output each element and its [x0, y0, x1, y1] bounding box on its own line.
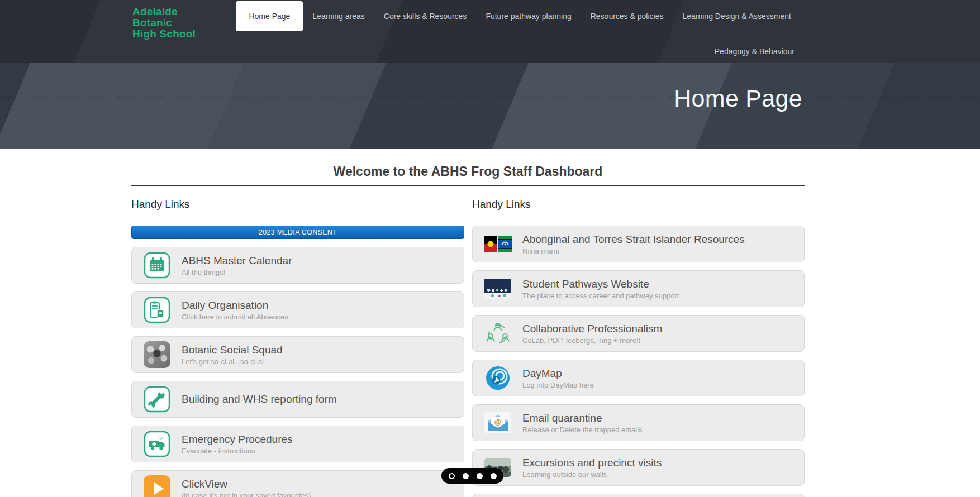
- card-subtitle: (in case it's not in your saved favourit…: [182, 491, 311, 497]
- hero-banner: Home Page: [0, 63, 980, 149]
- flower-photo-icon: [143, 341, 171, 368]
- card-title: Botanic Social Squad: [182, 344, 283, 356]
- pathways-photo-icon: [484, 279, 512, 299]
- wrench-icon: [143, 386, 171, 413]
- card-subtitle: The place to access career and pathway s…: [522, 291, 679, 300]
- nav-item-core-skills[interactable]: Core skills & Resources: [374, 12, 477, 21]
- card-subtitle: Evacuate - instructions: [182, 447, 293, 455]
- card-subtitle: Let's get so-ci-al...so-ci-al: [182, 357, 283, 366]
- card-subtitle: Release or Delete the trapped emails: [522, 426, 643, 434]
- link-card-abhs-master-calendar[interactable]: ABHS Master Calendar All the things!: [131, 247, 464, 284]
- right-column-heading: Handy Links: [472, 198, 805, 211]
- handy-links-left-column: Handy Links 2023 MEDIA CONSENT: [131, 186, 464, 497]
- logo-line-3: High School: [132, 28, 196, 40]
- nav-item-pedagogy-behaviour[interactable]: Pedagogy & Behaviour: [715, 47, 795, 56]
- link-card-daymap[interactable]: DayMap Log into DayMap here: [472, 360, 805, 396]
- dashboard-content: Welcome to the ABHS Frog Staff Dashboard…: [131, 164, 805, 497]
- link-card-partial[interactable]: [472, 494, 805, 497]
- left-column-heading: Handy Links: [131, 198, 464, 211]
- daymap-logo-icon: [484, 366, 512, 390]
- page-title: Home Page: [674, 85, 802, 112]
- card-title: Excursions and precinct visits: [522, 457, 662, 469]
- carousel-pagination: [441, 468, 503, 484]
- collaboration-icon: [484, 320, 512, 347]
- carousel-dot[interactable]: [463, 473, 469, 479]
- link-card-building-whs-form[interactable]: Building and WHS reporting form: [131, 381, 464, 418]
- card-title: Student Pathways Website: [522, 278, 679, 290]
- svg-text:@: @: [494, 418, 502, 426]
- card-title: ABHS Master Calendar: [182, 255, 292, 267]
- nav-item-resources-policies[interactable]: Resources & policies: [581, 12, 673, 21]
- clipboard-icon: [143, 297, 171, 323]
- link-card-student-pathways[interactable]: Student Pathways Website The place to ac…: [472, 270, 805, 307]
- play-icon: [143, 475, 171, 497]
- link-card-excursions[interactable]: Excursions and precinct visits Learning …: [472, 449, 805, 486]
- link-card-email-quarantine[interactable]: @ Email quarantine Release or Delete the…: [472, 404, 805, 441]
- top-nav: Adelaide Botanic High School Home Page L…: [0, 0, 980, 63]
- email-at-icon: @: [484, 412, 512, 433]
- aboriginal-tsi-flags-icon: [484, 236, 512, 252]
- nav-item-learning-areas[interactable]: Learning areas: [303, 12, 374, 21]
- link-card-emergency-procedures[interactable]: Emergency Procedures Evacuate - instruct…: [131, 426, 464, 462]
- card-title: Daily Organisation: [182, 299, 288, 312]
- card-subtitle: Learning outside our walls: [522, 470, 662, 479]
- card-subtitle: Click here to submit all Absences: [182, 313, 288, 321]
- school-logo[interactable]: Adelaide Botanic High School: [132, 6, 196, 40]
- card-title: DayMap: [522, 367, 594, 380]
- logo-line-2: Botanic: [132, 17, 196, 28]
- ambulance-icon: [143, 431, 171, 457]
- main-nav-row: Home Page Learning areas Core skills & R…: [236, 0, 801, 32]
- nav-item-home-page[interactable]: Home Page: [236, 1, 303, 31]
- link-card-clickview[interactable]: ClickView (in case it's not in your save…: [131, 470, 464, 497]
- card-subtitle: CoLab, PDP, Icebergs, Ting + more!!: [522, 336, 662, 345]
- media-consent-button[interactable]: 2023 MEDIA CONSENT: [131, 226, 464, 239]
- link-card-daily-organisation[interactable]: Daily Organisation Click here to submit …: [131, 291, 464, 328]
- card-title: Collaborative Professionalism: [522, 323, 662, 335]
- handy-links-right-column: Handy Links Abor: [472, 186, 805, 497]
- link-card-aboriginal-tsi-resources[interactable]: Aboriginal and Torres Strait Islander Re…: [472, 226, 805, 262]
- link-card-botanic-social-squad[interactable]: Botanic Social Squad Let's get so-ci-al.…: [131, 336, 464, 373]
- card-title: ClickView: [182, 478, 311, 490]
- nav-item-learning-design[interactable]: Learning Design & Assessment: [673, 12, 801, 21]
- logo-line-1: Adelaide: [132, 6, 196, 17]
- carousel-dot-active[interactable]: [449, 473, 455, 479]
- welcome-heading: Welcome to the ABHS Frog Staff Dashboard: [131, 164, 805, 179]
- card-subtitle: Log into DayMap here: [522, 381, 594, 389]
- carousel-dot[interactable]: [491, 473, 497, 479]
- card-title: Building and WHS reporting form: [182, 393, 337, 405]
- card-subtitle: Niina marni: [522, 247, 745, 255]
- carousel-dot[interactable]: [477, 473, 483, 479]
- calendar-icon: [143, 252, 171, 279]
- link-card-collaborative-professionalism[interactable]: Collaborative Professionalism CoLab, PDP…: [472, 315, 805, 352]
- card-title: Emergency Procedures: [182, 433, 293, 446]
- card-subtitle: All the things!: [182, 268, 292, 276]
- card-title: Aboriginal and Torres Strait Islander Re…: [522, 233, 745, 246]
- nav-item-future-pathway[interactable]: Future pathway planning: [476, 12, 581, 21]
- card-title: Email quarantine: [522, 412, 643, 424]
